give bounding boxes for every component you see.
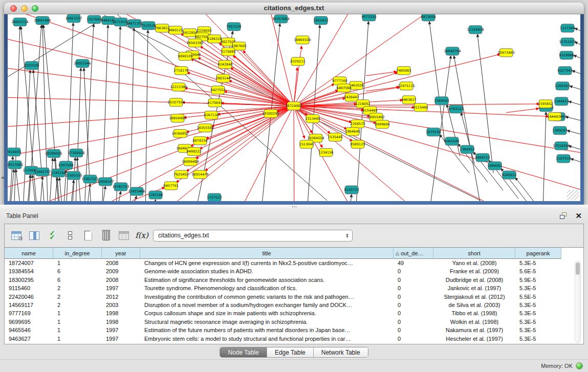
network-node[interactable]: 3175685 [221, 48, 236, 56]
network-node[interactable]: 16669100 [294, 36, 311, 44]
zoom-window-button[interactable] [32, 5, 38, 12]
network-node[interactable]: 9245012 [502, 171, 517, 179]
network-graph[interactable]: 2405572420691406106532571527602846616010… [8, 14, 580, 201]
network-node[interactable]: 9498222 [187, 147, 202, 156]
table-row[interactable]: 969969511998Structural magnetic resonanc… [5, 318, 583, 326]
window-titlebar[interactable]: citations_edges.txt [4, 3, 584, 14]
network-node[interactable]: 9329966 [559, 51, 574, 59]
network-node[interactable]: 1244413 [554, 97, 569, 105]
resize-grip-icon[interactable] [567, 190, 579, 200]
minimize-window-button[interactable] [21, 5, 28, 12]
network-node[interactable]: 1757522 [207, 193, 222, 201]
network-node[interactable]: 18724007 [285, 102, 302, 110]
network-node[interactable]: 1209387 [555, 82, 570, 90]
network-node[interactable]: 12505155 [65, 171, 82, 180]
network-canvas[interactable]: 2405572420691406106532571527602846616010… [8, 14, 580, 201]
network-node[interactable]: 8793152 [449, 105, 464, 113]
table-row[interactable]: 1830029562008Estimation of significance … [5, 276, 583, 284]
table-row[interactable]: 1938455462009Genome-wide association stu… [5, 267, 583, 275]
network-node[interactable]: 2718176 [174, 67, 189, 75]
network-node[interactable]: 16782753 [112, 183, 129, 191]
network-node[interactable]: 9135723 [344, 186, 359, 194]
network-node[interactable]: 8267130 [204, 111, 219, 119]
network-node[interactable]: 11154838 [467, 26, 484, 34]
table-row[interactable]: 1456911722003Disruption of a novel membe… [5, 301, 583, 309]
network-node[interactable]: 18300295 [262, 110, 279, 118]
network-node[interactable]: 1535445 [328, 133, 343, 141]
divider-handle-icon[interactable] [292, 206, 297, 208]
network-node[interactable]: 20691406 [34, 16, 51, 25]
network-node[interactable]: 29053346 [74, 59, 91, 68]
network-node[interactable]: 16099489 [182, 158, 199, 166]
network-node[interactable]: 10107554 [167, 98, 184, 106]
network-node[interactable]: 10973493 [497, 49, 514, 57]
network-node[interactable]: 18515081 [8, 161, 24, 169]
column-header-year[interactable]: year [102, 248, 140, 259]
network-node[interactable]: 9397588 [59, 161, 74, 169]
network-node[interactable]: 12213389 [170, 83, 187, 91]
table-source-dropdown[interactable]: citations_edges.txt ▲▼ [153, 230, 353, 242]
network-node[interactable]: 9890105 [178, 52, 193, 60]
network-node[interactable]: 1584593 [434, 97, 449, 105]
network-node[interactable]: 9463627 [402, 96, 417, 104]
column-header-short[interactable]: short [433, 248, 515, 259]
network-node[interactable]: 7663822 [155, 24, 170, 32]
network-node[interactable]: 9242848 [218, 60, 233, 69]
function-builder-button[interactable]: f(x) [135, 229, 148, 242]
network-node[interactable]: 1145194 [51, 169, 66, 177]
network-node[interactable]: 7957224 [227, 23, 242, 31]
network-node[interactable]: 9660125 [168, 26, 183, 34]
network-node[interactable]: 16914479 [191, 170, 208, 179]
split-divider[interactable] [0, 205, 588, 209]
network-node[interactable]: 2033105 [25, 61, 39, 70]
network-node[interactable]: 1384952 [460, 145, 475, 154]
network-node[interactable]: 1894561 [488, 162, 503, 170]
scrollbar-thumb[interactable] [576, 262, 580, 275]
network-node[interactable]: 8589125 [351, 140, 365, 148]
network-node[interactable]: 8813054 [421, 14, 436, 21]
network-node[interactable]: 9361545 [445, 137, 460, 145]
network-node[interactable]: 9115460 [413, 103, 428, 112]
select-column-button[interactable] [28, 229, 41, 242]
network-node[interactable]: 15751074 [559, 38, 576, 46]
table-row[interactable]: 946362711997Embryonic stem cells: a mode… [5, 335, 583, 343]
network-node[interactable]: 16648784 [444, 47, 461, 55]
network-node[interactable]: 1595852 [538, 100, 553, 108]
network-node[interactable]: 24055724 [11, 18, 28, 26]
table-settings-button[interactable]: ⚙ [10, 229, 23, 242]
network-node[interactable]: 9457791 [164, 182, 179, 190]
network-node[interactable]: 6497568 [337, 84, 352, 92]
network-node[interactable]: 2803144 [216, 74, 231, 82]
network-node[interactable]: 1655412 [314, 16, 329, 25]
close-panel-icon[interactable]: ✕ [575, 212, 582, 220]
network-node[interactable]: 1644426 [548, 113, 562, 121]
new-table-button[interactable] [81, 229, 95, 242]
tab-edge-table[interactable]: Edge Table [267, 347, 313, 357]
network-node[interactable]: 18654985 [169, 114, 186, 122]
table-row[interactable]: 977716911998Corpus callosum shape and si… [5, 309, 583, 317]
network-node[interactable]: 9572310 [362, 14, 377, 21]
network-node[interactable]: 10958107 [97, 178, 114, 186]
network-node[interactable]: 13942757 [34, 168, 51, 176]
network-node[interactable]: 8320211 [291, 57, 306, 65]
network-node[interactable]: 17957223 [81, 175, 98, 183]
network-node[interactable]: 9227343 [558, 67, 573, 75]
column-header-out_de[interactable]: △out_de… [394, 248, 433, 259]
network-node[interactable]: 1679192 [426, 128, 441, 136]
network-node[interactable]: 19166852 [171, 129, 188, 138]
network-node[interactable]: 10653257 [65, 14, 82, 23]
network-node[interactable]: 12975115 [398, 82, 415, 90]
network-node[interactable]: 7485063 [397, 67, 411, 75]
network-node[interactable]: 7515526 [141, 21, 156, 30]
network-node[interactable]: 8186328 [207, 35, 222, 43]
table-row[interactable]: 911546021997Tourette syndrome. Phenomeno… [5, 284, 583, 292]
network-node[interactable]: 20206505 [45, 149, 62, 158]
network-node[interactable]: 1864640 [345, 127, 360, 136]
close-window-button[interactable] [10, 5, 17, 12]
network-node[interactable]: 2204575 [351, 120, 365, 128]
network-node[interactable]: 85313064 [272, 15, 289, 23]
panel-collapse-arrow-icon[interactable]: ◄ [0, 175, 5, 180]
network-node[interactable]: 1389297 [553, 126, 568, 135]
column-header-title[interactable]: title [140, 248, 394, 259]
table-row[interactable]: 2242004622012Investigating the contribut… [5, 293, 583, 301]
